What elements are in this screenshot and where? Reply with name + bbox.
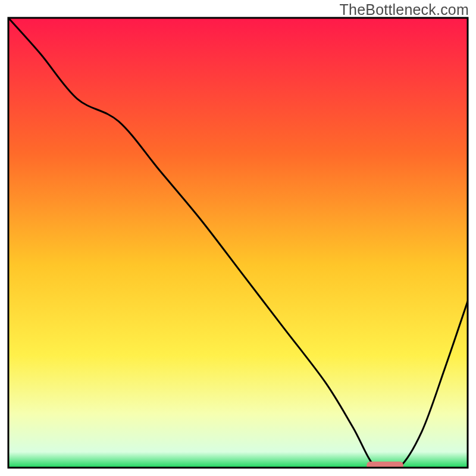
heat-gradient-bg (8, 18, 468, 468)
chart-container: TheBottleneck.com (0, 0, 476, 476)
bottleneck-chart (0, 0, 476, 476)
plot-area (8, 18, 468, 472)
